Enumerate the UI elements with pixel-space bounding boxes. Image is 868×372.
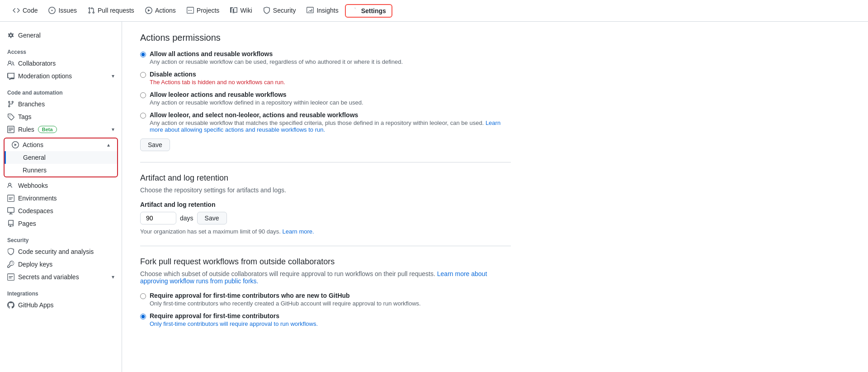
sidebar-item-secrets[interactable]: Secrets and variables ▾ — [0, 271, 122, 283]
radio-leoleor-desc: Any action or reusable workflow defined … — [150, 99, 363, 106]
sidebar: General Access Collaborators Moderation … — [0, 22, 122, 372]
actions-icon — [145, 7, 152, 14]
branches-icon — [7, 100, 14, 108]
sidebar-item-actions[interactable]: Actions ▴ — [5, 138, 117, 151]
nav-settings-label: Settings — [361, 7, 386, 14]
nav-settings[interactable]: Settings — [345, 4, 392, 18]
radio-allow-all[interactable] — [140, 52, 146, 57]
actions-play-icon — [12, 141, 19, 148]
artifact-learn-more-link[interactable]: Learn more. — [283, 228, 314, 235]
fork-radio-group: Require approval for first-time contribu… — [140, 292, 511, 327]
key-icon — [7, 261, 14, 268]
sidebar-item-pages[interactable]: Pages — [0, 217, 122, 230]
radio-disable-desc: The Actions tab is hidden and no workflo… — [150, 79, 285, 86]
sidebar-item-tags[interactable]: Tags — [0, 110, 122, 123]
sidebar-github-apps-label: GitHub Apps — [18, 301, 54, 309]
permissions-save-button[interactable]: Save — [140, 138, 170, 151]
radio-option-leoleor: Allow leoleor actions and reusable workf… — [140, 91, 511, 106]
sidebar-item-code-security[interactable]: Code security and analysis — [0, 245, 122, 258]
fork-section-title: Fork pull request workflows from outside… — [140, 257, 511, 267]
sidebar-item-github-apps[interactable]: GitHub Apps — [0, 299, 122, 311]
sidebar-webhooks-label: Webhooks — [18, 182, 48, 189]
sidebar-section-code-automation: Code and automation — [0, 82, 122, 98]
artifact-hint: Your organization has set a maximum limi… — [140, 228, 511, 235]
radio-allow-all-desc: Any action or reusable workflow can be u… — [150, 58, 403, 65]
nav-insights[interactable]: Insights — [301, 0, 344, 22]
sidebar-item-collaborators[interactable]: Collaborators — [0, 57, 122, 70]
sidebar-environments-label: Environments — [18, 195, 57, 202]
webhook-icon — [7, 182, 14, 189]
radio-disable[interactable] — [140, 72, 146, 78]
fork-section-desc: Choose which subset of outside collabora… — [140, 270, 511, 285]
sidebar-code-security-label: Code security and analysis — [18, 248, 94, 255]
artifact-days-input[interactable] — [140, 212, 176, 224]
pages-icon — [7, 220, 14, 227]
radio-leoleor-select-desc: Any action or reusable workflow that mat… — [150, 119, 511, 133]
sidebar-rules-label: Rules — [18, 126, 34, 133]
nav-actions[interactable]: Actions — [140, 0, 181, 22]
nav-wiki-label: Wiki — [240, 7, 252, 14]
artifact-section-desc: Choose the repository settings for artif… — [140, 186, 511, 194]
fork-radio-new-github[interactable] — [140, 293, 146, 299]
sidebar-item-rules[interactable]: Rules Beta ▾ — [0, 123, 122, 136]
nav-issues[interactable]: Issues — [43, 0, 82, 22]
nav-code[interactable]: Code — [7, 0, 43, 22]
sidebar-sub-item-general[interactable]: General — [5, 151, 117, 164]
sidebar-pages-label: Pages — [18, 220, 36, 227]
sidebar-item-environments[interactable]: Environments — [0, 192, 122, 205]
wiki-icon — [230, 7, 237, 14]
sidebar-sub-general-label: General — [23, 154, 46, 161]
sidebar-deploy-keys-label: Deploy keys — [18, 261, 52, 268]
moderation-expand-icon: ▾ — [112, 73, 114, 79]
nav-issues-label: Issues — [58, 7, 76, 14]
sidebar-general-label: General — [18, 32, 41, 39]
radio-leoleor[interactable] — [140, 92, 146, 98]
sidebar-codespaces-label: Codespaces — [18, 207, 53, 215]
nav-security-label: Security — [273, 7, 296, 14]
sidebar-section-security: Security — [0, 230, 122, 245]
sidebar-item-branches[interactable]: Branches — [0, 98, 122, 110]
comment-icon — [7, 72, 14, 80]
sidebar-sub-runners-label: Runners — [23, 167, 47, 174]
tag-icon — [7, 113, 14, 120]
radio-group-permissions: Allow all actions and reusable workflows… — [140, 50, 511, 133]
radio-option-allow-all: Allow all actions and reusable workflows… — [140, 50, 511, 65]
sidebar-item-moderation[interactable]: Moderation options ▾ — [0, 70, 122, 82]
sidebar-item-general[interactable]: General — [0, 29, 122, 42]
nav-projects-label: Projects — [197, 7, 220, 14]
main-content: Actions permissions Allow all actions an… — [122, 22, 529, 372]
nav-pullrequests[interactable]: Pull requests — [82, 0, 140, 22]
nav-wiki[interactable]: Wiki — [225, 0, 257, 22]
sidebar-item-webhooks[interactable]: Webhooks — [0, 179, 122, 192]
secrets-icon — [7, 273, 14, 281]
sidebar-actions-label: Actions — [23, 141, 43, 148]
nav-pr-label: Pull requests — [98, 7, 134, 14]
sidebar-section-access: Access — [0, 42, 122, 57]
nav-insights-label: Insights — [316, 7, 338, 14]
rules-icon — [7, 126, 14, 133]
security-icon — [263, 7, 270, 14]
nav-projects[interactable]: Projects — [181, 0, 225, 22]
environment-icon — [7, 195, 14, 202]
artifact-save-button[interactable]: Save — [197, 212, 227, 224]
fork-new-github-desc: Only first-time contributors who recentl… — [150, 300, 421, 307]
issue-icon — [48, 7, 56, 14]
fork-radio-first-time[interactable] — [140, 314, 146, 320]
artifact-field-label: Artifact and log retention — [140, 201, 511, 208]
code-security-icon — [7, 248, 14, 255]
sidebar-moderation-label: Moderation options — [18, 72, 72, 80]
sidebar-item-deploy-keys[interactable]: Deploy keys — [0, 258, 122, 271]
fork-option-new-github: Require approval for first-time contribu… — [140, 292, 511, 307]
sidebar-section-integrations: Integrations — [0, 283, 122, 299]
fork-new-github-label: Require approval for first-time contribu… — [150, 292, 421, 299]
sidebar-sub-item-runners[interactable]: Runners — [5, 164, 117, 176]
page-title: Actions permissions — [140, 33, 511, 43]
radio-disable-label: Disable actions — [150, 71, 285, 78]
radio-leoleor-select[interactable] — [140, 113, 146, 119]
settings-gear-icon — [351, 7, 359, 14]
nav-security[interactable]: Security — [258, 0, 302, 22]
sidebar-item-codespaces[interactable]: Codespaces — [0, 205, 122, 217]
actions-section-box: Actions ▴ General Runners — [4, 138, 118, 177]
artifact-section-title: Artifact and log retention — [140, 173, 511, 183]
insights-icon — [307, 7, 314, 14]
